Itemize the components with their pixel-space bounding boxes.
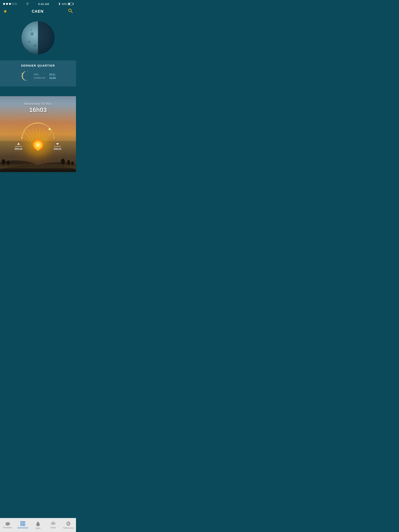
- sun-arc-svg: [17, 119, 59, 141]
- age-label: AGE :: [34, 73, 49, 76]
- dot-5: [15, 3, 17, 5]
- svg-line-1: [71, 12, 72, 13]
- age-value: 23.2 j: [49, 73, 55, 76]
- dot-1: [3, 3, 5, 5]
- sunset-time: 20h24: [54, 147, 61, 151]
- svg-point-8: [34, 44, 36, 47]
- svg-marker-52: [56, 143, 59, 145]
- svg-point-13: [28, 74, 28, 74]
- crescent-icon: [20, 70, 30, 83]
- sunrise-time: 05h34: [15, 147, 22, 151]
- battery-percent: 42%: [62, 3, 67, 6]
- favorite-button[interactable]: ★: [3, 9, 7, 14]
- svg-point-6: [31, 32, 34, 35]
- bluetooth-icon: [58, 3, 61, 5]
- sunrise-event: 05h34: [15, 142, 22, 151]
- svg-marker-49: [53, 137, 55, 139]
- wifi-icon: [26, 2, 29, 6]
- moon-stats: AGE : 23.2 j VISIBILITE : 42.8%: [34, 73, 56, 79]
- sunrise-icon: [17, 142, 20, 146]
- sun-rise-set: 05h34 20h24: [15, 142, 61, 151]
- moon-age-stat: AGE : 23.2 j: [34, 73, 56, 76]
- city-title: CAEN: [32, 9, 44, 14]
- battery-fill: [68, 3, 70, 5]
- spacer-1: [0, 86, 76, 96]
- sun-overlay: Wednesday 05 May 16h03: [0, 96, 76, 172]
- bottom-spacer: [0, 172, 76, 188]
- status-right: 42%: [58, 3, 73, 6]
- dot-2: [6, 3, 8, 5]
- sunset-icon: [56, 142, 59, 146]
- moon-image: [20, 18, 56, 57]
- svg-marker-48: [21, 137, 23, 139]
- sun-date: Wednesday 05 May: [24, 102, 52, 106]
- sun-section: Wednesday 05 May 16h03: [0, 96, 76, 172]
- status-time: 9:40 AM: [38, 2, 49, 6]
- sun-arc-container: [17, 119, 59, 141]
- dot-3: [9, 3, 11, 5]
- visibility-label: VISIBILITE :: [34, 77, 49, 79]
- moon-visibility-stat: VISIBILITE : 42.8%: [34, 77, 56, 79]
- svg-rect-5: [38, 21, 55, 54]
- moon-info-card: DERNIER QUARTIER AGE : 23.2 j VISIB: [0, 60, 76, 86]
- sun-time: 16h03: [29, 106, 47, 114]
- status-dots: [3, 3, 17, 5]
- status-bar: 9:40 AM 42%: [0, 0, 76, 7]
- moon-section: DERNIER QUARTIER AGE : 23.2 j VISIB: [0, 16, 76, 86]
- svg-point-12: [21, 76, 21, 76]
- moon-details: AGE : 23.2 j VISIBILITE : 42.8%: [6, 70, 70, 83]
- sunset-event: 20h24: [54, 142, 61, 151]
- moon-phase-title: DERNIER QUARTIER: [6, 64, 70, 67]
- svg-point-9: [30, 29, 32, 31]
- visibility-value: 42.8%: [49, 77, 56, 79]
- search-button[interactable]: [68, 8, 73, 14]
- svg-point-10: [21, 73, 22, 74]
- battery-icon: [68, 3, 73, 5]
- svg-marker-51: [17, 143, 20, 145]
- svg-point-11: [27, 71, 28, 71]
- svg-point-7: [28, 41, 30, 43]
- dot-4: [12, 3, 14, 5]
- nav-bar: ★ CAEN: [0, 7, 76, 16]
- svg-point-50: [49, 128, 51, 130]
